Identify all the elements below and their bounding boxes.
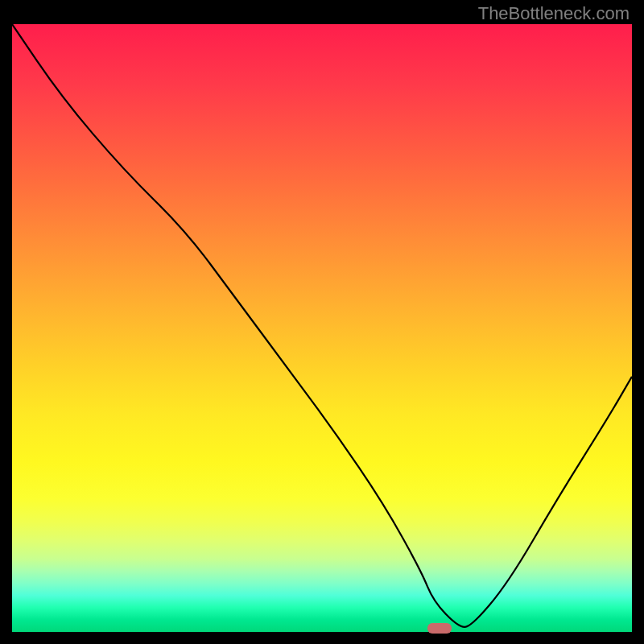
chart-area xyxy=(12,24,632,632)
watermark-text: TheBottleneck.com xyxy=(478,3,630,24)
bottleneck-curve xyxy=(12,24,632,627)
curve-svg xyxy=(12,24,632,632)
optimal-marker xyxy=(427,623,452,634)
